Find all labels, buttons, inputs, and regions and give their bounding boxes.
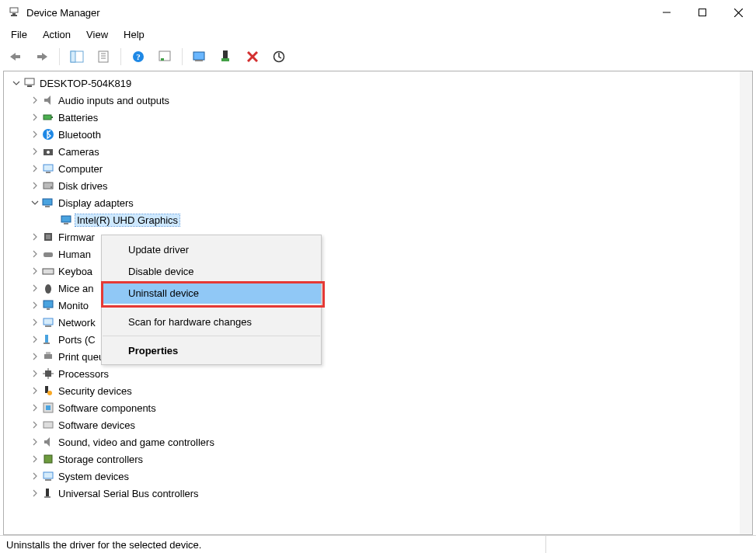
properties-button[interactable] xyxy=(91,46,116,68)
svg-point-36 xyxy=(51,186,52,188)
chevron-right-icon[interactable] xyxy=(29,148,41,155)
processor-icon xyxy=(41,367,55,381)
tree-category[interactable]: Software components xyxy=(10,399,752,416)
menu-view[interactable]: View xyxy=(78,27,116,42)
show-hide-tree-button[interactable] xyxy=(64,46,89,68)
toolbar-icon[interactable] xyxy=(152,46,177,68)
chevron-right-icon[interactable] xyxy=(29,284,41,292)
ctx-label: Uninstall device xyxy=(128,287,199,299)
tree-category[interactable]: Computer xyxy=(10,160,752,177)
chevron-right-icon[interactable] xyxy=(29,113,41,121)
tree-category[interactable]: Batteries xyxy=(10,109,752,126)
chevron-right-icon[interactable] xyxy=(29,421,41,429)
menu-bar: File Action View Help xyxy=(0,25,756,43)
chevron-right-icon[interactable] xyxy=(29,318,41,326)
svg-rect-62 xyxy=(46,405,51,410)
toolbar-separator xyxy=(59,48,60,65)
ctx-uninstall-device[interactable]: Uninstall device xyxy=(102,282,321,304)
sound-icon xyxy=(41,435,55,449)
chevron-right-icon[interactable] xyxy=(29,353,41,360)
chevron-right-icon[interactable] xyxy=(29,130,41,138)
chevron-right-icon[interactable] xyxy=(29,387,41,395)
chevron-down-icon[interactable] xyxy=(29,199,41,207)
audio-icon xyxy=(41,93,55,107)
chevron-right-icon[interactable] xyxy=(29,489,41,497)
tree-label: Firmwar xyxy=(57,231,96,243)
minimize-button[interactable] xyxy=(649,0,685,25)
chevron-down-icon[interactable] xyxy=(10,79,23,87)
tree-category[interactable]: Disk drives xyxy=(10,177,752,194)
tree-label: Cameras xyxy=(57,146,101,158)
svg-rect-66 xyxy=(45,479,51,481)
svg-rect-40 xyxy=(64,223,68,224)
menu-file[interactable]: File xyxy=(3,27,35,42)
maximize-button[interactable] xyxy=(685,0,720,25)
tree-category-display[interactable]: Display adapters xyxy=(10,194,752,211)
display-adapter-icon xyxy=(41,196,55,210)
tree-label: Sound, video and game controllers xyxy=(57,436,216,448)
tree-label: Display adapters xyxy=(57,197,135,209)
ctx-disable-device[interactable]: Disable device xyxy=(102,260,321,282)
chevron-right-icon[interactable] xyxy=(29,96,41,104)
svg-rect-38 xyxy=(45,206,50,207)
scan-hardware-button[interactable] xyxy=(267,46,291,68)
tree-category[interactable]: Universal Serial Bus controllers xyxy=(10,485,752,502)
tree-category[interactable]: Audio inputs and outputs xyxy=(10,92,752,109)
tree-root[interactable]: DESKTOP-504K819 xyxy=(10,75,752,92)
tree-category[interactable]: Security devices xyxy=(10,382,752,399)
enable-device-button[interactable] xyxy=(214,46,239,68)
chevron-right-icon[interactable] xyxy=(29,267,41,275)
tree-category[interactable]: System devices xyxy=(10,468,752,485)
close-button[interactable] xyxy=(720,0,756,25)
chevron-right-icon[interactable] xyxy=(29,438,41,446)
chevron-right-icon[interactable] xyxy=(29,336,41,343)
tree-label: Monito xyxy=(57,300,90,311)
tree-category[interactable]: Processors xyxy=(10,365,752,382)
tree-category[interactable]: Storage controllers xyxy=(10,450,752,468)
ctx-update-driver[interactable]: Update driver xyxy=(102,238,321,260)
chevron-right-icon[interactable] xyxy=(29,165,41,172)
port-icon xyxy=(41,332,55,346)
storage-controller-icon xyxy=(41,452,55,466)
svg-rect-28 xyxy=(44,115,51,120)
tree-label: Computer xyxy=(57,163,104,175)
ctx-scan-hardware[interactable]: Scan for hardware changes xyxy=(102,311,321,332)
tree-device-intel-uhd[interactable]: Intel(R) UHD Graphics xyxy=(10,211,752,228)
printer-icon xyxy=(41,350,55,363)
svg-rect-10 xyxy=(71,51,75,62)
back-button[interactable] xyxy=(3,46,28,68)
menu-action[interactable]: Action xyxy=(35,27,78,42)
help-button[interactable]: ? xyxy=(126,46,151,68)
svg-rect-46 xyxy=(44,301,53,308)
tree-label: Security devices xyxy=(57,385,134,397)
chevron-right-icon[interactable] xyxy=(29,233,41,241)
svg-point-45 xyxy=(45,284,51,294)
chevron-right-icon[interactable] xyxy=(29,250,41,258)
svg-rect-19 xyxy=(193,52,204,60)
chevron-right-icon[interactable] xyxy=(29,455,41,463)
chevron-right-icon[interactable] xyxy=(29,301,41,309)
svg-rect-64 xyxy=(44,455,52,463)
svg-rect-65 xyxy=(44,472,53,478)
chevron-right-icon[interactable] xyxy=(29,472,41,480)
tree-category[interactable]: Bluetooth xyxy=(10,126,752,143)
svg-rect-22 xyxy=(221,58,229,61)
tree-category[interactable]: Sound, video and game controllers xyxy=(10,433,752,450)
svg-rect-26 xyxy=(25,78,34,85)
chevron-right-icon[interactable] xyxy=(29,182,41,190)
update-driver-button[interactable] xyxy=(187,46,212,68)
svg-rect-20 xyxy=(195,60,203,61)
chevron-right-icon[interactable] xyxy=(29,404,41,412)
svg-rect-49 xyxy=(45,325,51,327)
svg-point-32 xyxy=(47,151,50,154)
ctx-separator xyxy=(103,307,320,308)
menu-help[interactable]: Help xyxy=(116,27,152,42)
uninstall-button[interactable] xyxy=(240,46,265,68)
tree-category[interactable]: Cameras xyxy=(10,143,752,160)
tree-category[interactable]: Software devices xyxy=(10,416,752,433)
chevron-right-icon[interactable] xyxy=(29,370,41,377)
svg-rect-54 xyxy=(45,370,51,377)
forward-button[interactable] xyxy=(30,46,54,68)
usb-icon xyxy=(41,486,55,500)
ctx-properties[interactable]: Properties xyxy=(102,339,321,361)
